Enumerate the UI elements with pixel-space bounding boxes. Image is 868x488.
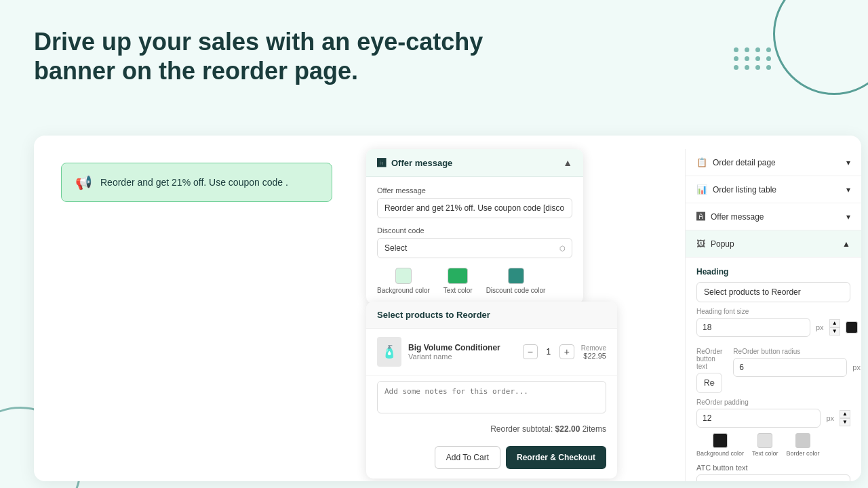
font-size-unit: px xyxy=(816,323,824,331)
atc-btn-text-input[interactable] xyxy=(696,474,850,481)
banner-preview: 📢 Reorder and get 21% off. Use coupon co… xyxy=(61,163,332,202)
popup-settings-section: Heading Heading font size px ▲ ▼ Text co… xyxy=(686,258,861,481)
reorder-btn-row: ReOrder button text ReOrder button radiu… xyxy=(696,348,850,393)
settings-item-popup-label: Popup xyxy=(711,239,842,249)
reorder-padding-stepper: ▲ ▼ xyxy=(840,410,850,426)
chevron-up-icon[interactable]: ▲ xyxy=(563,157,572,168)
discount-color-swatch[interactable] xyxy=(508,268,524,284)
settings-item-offer-message[interactable]: 🅰 Offer message ▾ xyxy=(686,203,861,230)
offer-panel-body: Offer message Discount code Select ⬡ Bac… xyxy=(366,177,583,304)
btn-colors-row: Background color Text color Border color xyxy=(696,433,850,457)
reorder-padding-label: ReOrder padding xyxy=(696,399,850,406)
padding-up[interactable]: ▲ xyxy=(840,410,850,418)
products-panel-header: Select products to Reorder xyxy=(366,302,617,329)
btn-text-color-label-swatch: Text color xyxy=(752,450,778,457)
product-name: Big Volume Conditioner xyxy=(408,343,516,352)
text-icon: 🅰 xyxy=(377,158,386,168)
main-container: 📢 Reorder and get 21% off. Use coupon co… xyxy=(34,136,861,481)
qty-plus-button[interactable]: + xyxy=(559,344,574,359)
decorative-dots xyxy=(734,47,773,70)
banner-text: Reorder and get 21% off. Use coupon code… xyxy=(100,177,288,188)
popup-heading-input[interactable] xyxy=(696,282,850,302)
product-image: 🧴 xyxy=(377,337,401,367)
product-price: Remove $22.95 xyxy=(581,344,606,360)
heading-font-row: Heading font size px ▲ ▼ Text color xyxy=(696,308,850,342)
banner-message-box: 📢 Reorder and get 21% off. Use coupon co… xyxy=(61,163,332,202)
color-row: Background color Text color Discount cod… xyxy=(377,268,572,294)
reorder-padding-row: px ▲ ▼ xyxy=(696,409,850,428)
product-row: 🧴 Big Volume Conditioner Variant name − … xyxy=(366,329,617,375)
font-size-up[interactable]: ▲ xyxy=(829,319,840,327)
text-color-item: Text color xyxy=(443,268,473,294)
reorder-btn-radius-label: ReOrder button radius xyxy=(733,348,861,355)
select-arrow-icon: ⬡ xyxy=(559,245,566,252)
product-info: Big Volume Conditioner Variant name xyxy=(408,343,516,361)
chevron-down-icon-1: ▾ xyxy=(846,185,850,195)
action-buttons: Add To Cart Reorder & Checkout xyxy=(366,439,617,479)
add-to-cart-button[interactable]: Add To Cart xyxy=(435,446,500,469)
atc-btn-text-label: ATC button text xyxy=(696,464,850,472)
bg-color-swatch[interactable] xyxy=(395,268,412,284)
discount-code-select[interactable]: Select xyxy=(377,238,572,258)
subtotal-items: 2items xyxy=(583,424,606,434)
order-detail-icon: 📋 xyxy=(696,157,707,167)
discount-code-label: Discount code xyxy=(377,226,572,235)
reorder-padding-input[interactable] xyxy=(696,409,821,428)
discount-color-label: Discount code color xyxy=(486,287,546,294)
chevron-down-icon-2: ▾ xyxy=(846,212,850,222)
reorder-checkout-button[interactable]: Reorder & Checkout xyxy=(506,446,606,469)
btn-bg-color-label: Background color xyxy=(696,450,744,457)
text-color-label: Text color xyxy=(443,287,473,294)
offer-message-label: Offer message xyxy=(377,186,572,195)
text-color-swatch[interactable] xyxy=(448,268,468,284)
settings-item-order-listing[interactable]: 📊 Order listing table ▾ xyxy=(686,176,861,203)
offer-panel-header: 🅰 Offer message ▲ xyxy=(366,149,583,177)
btn-text-swatch[interactable] xyxy=(757,433,772,448)
offer-message-icon: 🅰 xyxy=(696,211,705,222)
qty-minus-button[interactable]: − xyxy=(523,344,538,359)
border-color-item: Border color xyxy=(787,433,820,457)
qty-value: 1 xyxy=(542,347,555,357)
decorative-circle-top-right xyxy=(773,0,868,95)
bg-color-item: Background color xyxy=(377,268,430,294)
reorder-padding-unit: px xyxy=(826,414,834,422)
settings-item-order-detail[interactable]: 📋 Order detail page ▾ xyxy=(686,149,861,176)
discount-code-select-wrap: Select ⬡ xyxy=(377,238,572,258)
btn-bg-swatch[interactable] xyxy=(713,433,728,448)
reorder-radius-row: px ▲ ▼ xyxy=(733,358,861,377)
font-size-down[interactable]: ▼ xyxy=(829,327,840,336)
bg-color-label: Background color xyxy=(377,287,430,294)
megaphone-icon: 📢 xyxy=(75,174,92,190)
reorder-btn-text-col: ReOrder button text xyxy=(696,348,722,393)
discount-color-item: Discount code color xyxy=(486,268,546,294)
popup-icon: 🖼 xyxy=(696,239,705,249)
border-color-label: Border color xyxy=(787,450,820,457)
btn-bg-color-item: Background color xyxy=(696,433,744,457)
font-size-row: px ▲ ▼ Text color xyxy=(696,318,861,337)
reorder-btn-text-input[interactable] xyxy=(696,373,722,393)
reorder-btn-radius-col: ReOrder button radius px ▲ ▼ xyxy=(733,348,861,393)
settings-item-popup[interactable]: 🖼 Popup ▲ xyxy=(686,230,861,258)
font-size-input[interactable] xyxy=(696,318,810,337)
notes-input[interactable] xyxy=(377,381,606,413)
reorder-btn-text-label: ReOrder button text xyxy=(696,348,722,370)
settings-item-order-listing-label: Order listing table xyxy=(713,185,846,195)
padding-down[interactable]: ▼ xyxy=(840,418,850,426)
offer-message-panel: 🅰 Offer message ▲ Offer message Discount… xyxy=(366,149,583,304)
page-heading: Drive up your sales with an eye-catchy b… xyxy=(34,27,495,85)
border-color-swatch[interactable] xyxy=(795,433,810,448)
settings-panel: 📋 Order detail page ▾ 📊 Order listing ta… xyxy=(685,149,861,481)
product-variant: Variant name xyxy=(408,352,516,361)
settings-item-offer-label: Offer message xyxy=(711,212,846,222)
heading-section-title: Heading xyxy=(696,267,850,277)
remove-text[interactable]: Remove xyxy=(581,344,606,352)
reorder-radius-unit: px xyxy=(852,363,861,371)
subtotal-value: $22.00 xyxy=(555,424,580,434)
settings-item-order-detail-label: Order detail page xyxy=(713,158,846,167)
font-size-stepper: ▲ ▼ xyxy=(829,319,840,336)
qty-control: − 1 + xyxy=(523,344,574,359)
text-color-swatch-popup[interactable] xyxy=(846,321,858,333)
reorder-radius-input[interactable] xyxy=(733,358,847,377)
price-value: $22.95 xyxy=(581,352,606,360)
offer-message-input[interactable] xyxy=(377,198,572,218)
